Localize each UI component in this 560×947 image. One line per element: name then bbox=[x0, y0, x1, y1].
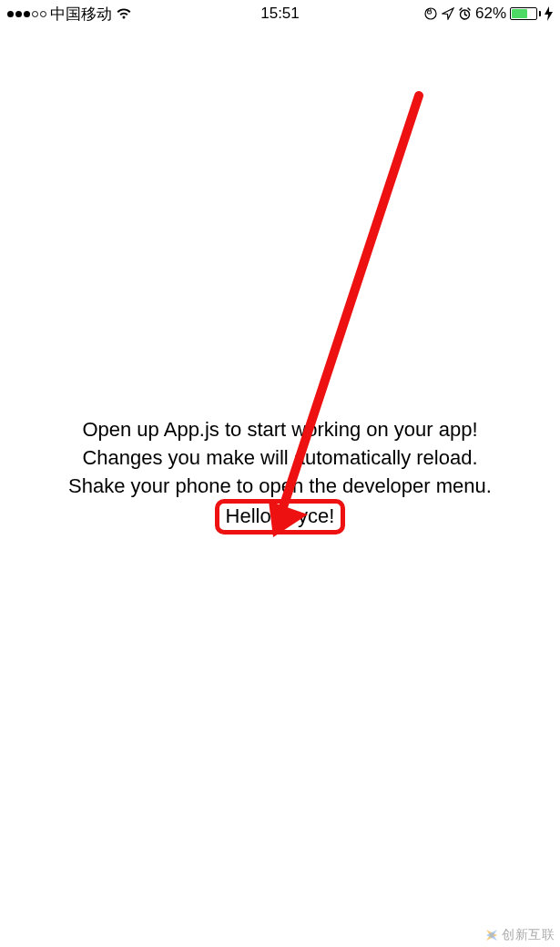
instruction-line-2: Changes you make will automatically relo… bbox=[82, 444, 477, 473]
app-content: Open up App.js to start working on your … bbox=[0, 0, 560, 947]
watermark: 创新互联 bbox=[484, 927, 555, 943]
watermark-text: 创新互联 bbox=[502, 927, 555, 943]
instruction-line-3: Shake your phone to open the developer m… bbox=[68, 473, 492, 501]
instruction-line-1: Open up App.js to start working on your … bbox=[82, 416, 477, 444]
hello-text: Hello Joyce! bbox=[217, 503, 344, 531]
hello-container: Hello Joyce! bbox=[217, 503, 344, 531]
watermark-icon bbox=[484, 927, 500, 943]
